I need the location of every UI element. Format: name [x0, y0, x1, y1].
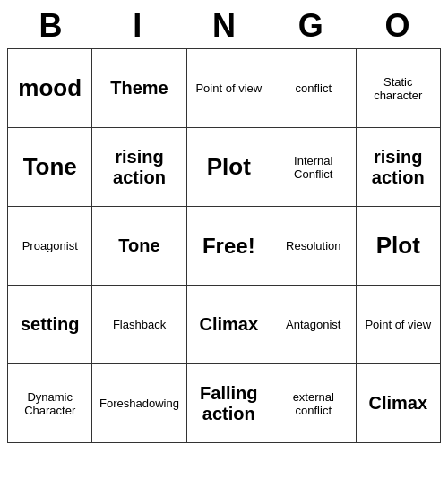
- bingo-grid: moodThemePoint of viewconflictStatic cha…: [7, 48, 441, 443]
- letter-g: G: [271, 7, 350, 45]
- cell-0-3: conflict: [271, 49, 356, 128]
- cell-3-1: Flashback: [92, 286, 186, 364]
- cell-2-3: Resolution: [271, 207, 356, 286]
- cell-1-1: rising action: [92, 128, 186, 207]
- cell-4-4: Climax: [356, 364, 441, 443]
- letter-b: B: [11, 7, 90, 45]
- cell-0-1: Theme: [92, 49, 186, 128]
- cell-3-4: Point of view: [356, 286, 441, 364]
- letter-n: N: [185, 7, 263, 45]
- cell-0-4: Static character: [356, 49, 441, 128]
- cell-0-2: Point of view: [186, 49, 271, 128]
- cell-2-1: Tone: [92, 207, 186, 286]
- cell-1-2: Plot: [186, 128, 271, 207]
- cell-3-3: Antagonist: [271, 286, 356, 364]
- cell-4-0: Dynamic Character: [8, 364, 92, 443]
- cell-4-2: Falling action: [186, 364, 271, 443]
- cell-3-2: Climax: [186, 286, 271, 364]
- letter-o: O: [358, 7, 437, 45]
- cell-2-4: Plot: [356, 207, 441, 286]
- cell-3-0: setting: [8, 286, 92, 364]
- cell-4-3: external conflict: [271, 364, 356, 443]
- letter-i: I: [98, 7, 177, 45]
- cell-0-0: mood: [8, 49, 92, 128]
- cell-1-4: rising action: [356, 128, 441, 207]
- bingo-header: B I N G O: [7, 7, 441, 45]
- cell-4-1: Foreshadowing: [92, 364, 186, 443]
- cell-1-3: Internal Conflict: [271, 128, 356, 207]
- cell-2-2: Free!: [186, 207, 271, 286]
- cell-1-0: Tone: [8, 128, 92, 207]
- cell-2-0: Proagonist: [8, 207, 92, 286]
